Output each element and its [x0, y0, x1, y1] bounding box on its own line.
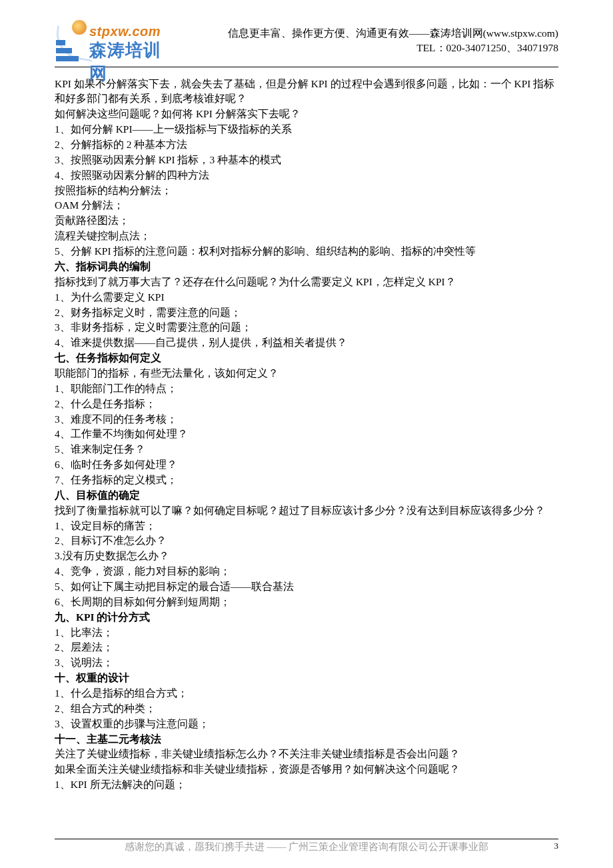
- body-text: 职能部门的指标，有些无法量化，该如何定义？: [55, 366, 558, 381]
- body-text: 4、工作量不均衡如何处理？: [55, 427, 558, 441]
- section-title-10: 十、权重的设计: [55, 671, 558, 685]
- section-title-6: 六、指标词典的编制: [55, 259, 558, 274]
- body-text: 4、谁来提供数据——自己提供，别人提供，利益相关者提供？: [55, 335, 558, 350]
- section-title-11: 十一、主基二元考核法: [55, 732, 558, 747]
- body-text: 3、按照驱动因素分解 KPI 指标，3 种基本的模式: [55, 153, 558, 167]
- body-text: 1、比率法；: [55, 625, 558, 640]
- body-text: 6、临时任务多如何处理？: [55, 457, 558, 472]
- body-text: 2、什么是任务指标；: [55, 397, 558, 411]
- body-text: 3、非财务指标，定义时需要注意的问题；: [55, 320, 558, 335]
- body-text: 3、说明法；: [55, 655, 558, 670]
- body-text: 2、层差法；: [55, 640, 558, 655]
- logo-url: stpxw.com: [89, 24, 161, 39]
- page: stpxw.com 森涛培训网 信息更丰富、操作更方便、沟通更有效——森涛培训网…: [0, 0, 613, 868]
- body-text: 流程关键控制点法；: [55, 229, 558, 243]
- body-text: 3、设置权重的步骤与注意问题；: [55, 717, 558, 731]
- body-text: 2、组合方式的种类；: [55, 701, 558, 716]
- body-text: 4、竞争，资源，能力对目标的影响；: [55, 564, 558, 579]
- tagline: 信息更丰富、操作更方便、沟通更有效——森涛培训网(www.stpxw.com): [228, 26, 558, 41]
- header-right: 信息更丰富、操作更方便、沟通更有效——森涛培训网(www.stpxw.com) …: [228, 26, 558, 56]
- section-title-7: 七、任务指标如何定义: [55, 351, 558, 365]
- section-title-8: 八、目标值的确定: [55, 488, 558, 503]
- body-text: 1、为什么需要定义 KPI: [55, 290, 558, 305]
- body-text: 1、职能部门工作的特点；: [55, 381, 558, 396]
- section-title-9: 九、KPI 的计分方式: [55, 610, 558, 625]
- body-text: 贡献路径图法；: [55, 213, 558, 228]
- body-text: 2、目标订不准怎么办？: [55, 533, 558, 548]
- body-text: 5、如何让下属主动把目标定的最合适——联合基法: [55, 579, 558, 594]
- telephone: TEL：020-34071250、34071978: [228, 41, 558, 55]
- body-text: 指标找到了就万事大吉了？还存在什么问题呢？为什么需要定义 KPI，怎样定义 KP…: [55, 275, 558, 289]
- body-text: 6、长周期的目标如何分解到短周期；: [55, 595, 558, 609]
- body-text: 2、分解指标的 2 种基本方法: [55, 137, 558, 152]
- body-text: 2、财务指标定义时，需要注意的问题；: [55, 305, 558, 320]
- body-text: 4、按照驱动因素分解的四种方法: [55, 168, 558, 183]
- content: KPI 如果不分解落实下去，就会失去了基础，但是分解 KPI 的过程中会遇到很多…: [55, 77, 558, 793]
- body-text: 1、KPI 所无法解决的问题；: [55, 777, 558, 792]
- sun-icon: [72, 20, 87, 35]
- body-text: 如果全面关注关键业绩指标和非关键业绩指标，资源是否够用？如何解决这个问题呢？: [55, 762, 558, 777]
- body-text: 1、如何分解 KPI——上一级指标与下级指标的关系: [55, 122, 558, 137]
- logo-text-cn: 森涛培训网: [89, 39, 168, 85]
- body-text: 5、谁来制定任务？: [55, 442, 558, 457]
- body-text: 1、设定目标的痛苦；: [55, 519, 558, 533]
- page-header: stpxw.com 森涛培训网 信息更丰富、操作更方便、沟通更有效——森涛培训网…: [55, 20, 558, 67]
- bars-icon: [56, 40, 79, 64]
- body-text: 按照指标的结构分解法；: [55, 183, 558, 198]
- footer-text: 感谢您的真诚，愿我们携手共进 —— 广州三策企业管理咨询有限公司公开课事业部: [55, 841, 558, 853]
- body-text: 1、什么是指标的组合方式；: [55, 686, 558, 701]
- body-text: 找到了衡量指标就可以了嘛？如何确定目标呢？超过了目标应该计多少分？没有达到目标应…: [55, 503, 558, 518]
- body-text: 5、分解 KPI 指标的注意问题：权利对指标分解的影响、组织结构的影响、指标的冲…: [55, 244, 558, 259]
- page-number: 3: [554, 841, 559, 851]
- body-text: 7、任务指标的定义模式；: [55, 473, 558, 487]
- body-text: 3、难度不同的任务考核；: [55, 412, 558, 427]
- body-text: 关注了关键业绩指标，非关键业绩指标怎么办？不关注非关键业绩指标是否会出问题？: [55, 747, 558, 761]
- body-text: 如何解决这些问题呢？如何将 KPI 分解落实下去呢？: [55, 107, 558, 121]
- logo: stpxw.com 森涛培训网: [55, 20, 168, 61]
- body-text: 3.没有历史数据怎么办？: [55, 549, 558, 563]
- body-text: OAM 分解法；: [55, 198, 558, 213]
- page-footer: 感谢您的真诚，愿我们携手共进 —— 广州三策企业管理咨询有限公司公开课事业部 3: [55, 839, 558, 853]
